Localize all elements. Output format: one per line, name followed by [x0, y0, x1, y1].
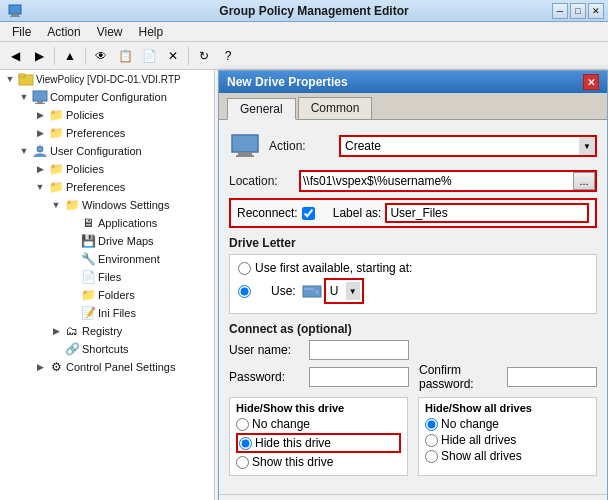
label-as-label: Label as: [333, 206, 382, 220]
delete-button[interactable]: ✕ [162, 45, 184, 67]
control-panel-toggle[interactable]: ▶ [32, 359, 48, 375]
tab-common[interactable]: Common [298, 97, 373, 119]
browse-button[interactable]: ... [573, 172, 595, 190]
use-label: Use: [271, 284, 296, 298]
tree-files[interactable]: 📄 Files [0, 268, 214, 286]
environment-toggle[interactable] [64, 251, 80, 267]
windows-settings-icon: 📁 [64, 198, 80, 212]
drive-maps-toggle[interactable] [64, 233, 80, 249]
shortcuts-toggle[interactable] [48, 341, 64, 357]
dialog-title-bar: New Drive Properties ✕ [219, 71, 607, 93]
files-label: Files [98, 271, 121, 283]
tree-user-preferences[interactable]: ▼ 📁 Preferences [0, 178, 214, 196]
tree-user-policies[interactable]: ▶ 📁 Policies [0, 160, 214, 178]
svg-rect-5 [33, 91, 47, 101]
windows-settings-toggle[interactable]: ▼ [48, 197, 64, 213]
title-bar: Group Policy Management Editor ─ □ ✕ [0, 0, 608, 22]
maximize-button[interactable]: □ [570, 3, 586, 19]
tree-folders[interactable]: 📁 Folders [0, 286, 214, 304]
registry-toggle[interactable]: ▶ [48, 323, 64, 339]
comp-pref-label: Preferences [66, 127, 125, 139]
tree-environment[interactable]: 🔧 Environment [0, 250, 214, 268]
computer-config-icon [32, 90, 48, 104]
tree-windows-settings[interactable]: ▼ 📁 Windows Settings [0, 196, 214, 214]
properties-button[interactable]: 📋 [114, 45, 136, 67]
menu-help[interactable]: Help [131, 23, 172, 41]
drive-use-row: Use: UVWXYZ ▼ [238, 278, 588, 304]
location-field-wrapper: ... [299, 170, 597, 192]
no-change-this-label: No change [252, 417, 310, 431]
use-first-radio-row: Use first available, starting at: [238, 261, 588, 275]
close-button[interactable]: ✕ [588, 3, 604, 19]
tree-registry[interactable]: ▶ 🗂 Registry [0, 322, 214, 340]
registry-label: Registry [82, 325, 122, 337]
menu-action[interactable]: Action [39, 23, 88, 41]
user-pref-toggle[interactable]: ▼ [32, 179, 48, 195]
applications-icon: 🖥 [80, 216, 96, 230]
toolbar: ◀ ▶ ▲ 👁 📋 📄 ✕ ↻ ? [0, 42, 608, 70]
tree-comp-policies[interactable]: ▶ 📁 Policies [0, 106, 214, 124]
comp-policies-toggle[interactable]: ▶ [32, 107, 48, 123]
tree-computer-config[interactable]: ▼ Computer Configuration [0, 88, 214, 106]
computer-config-toggle[interactable]: ▼ [16, 89, 32, 105]
root-toggle[interactable]: ▼ [2, 71, 18, 87]
toolbar-separator-3 [188, 47, 189, 65]
username-input[interactable] [309, 340, 409, 360]
user-policies-toggle[interactable]: ▶ [32, 161, 48, 177]
tree-ini-files[interactable]: 📝 Ini Files [0, 304, 214, 322]
tree-comp-preferences[interactable]: ▶ 📁 Preferences [0, 124, 214, 142]
folders-label: Folders [98, 289, 135, 301]
show-this-drive-radio[interactable] [236, 456, 249, 469]
password-input[interactable] [309, 367, 409, 387]
forward-button[interactable]: ▶ [28, 45, 50, 67]
back-button[interactable]: ◀ [4, 45, 26, 67]
applications-toggle[interactable] [64, 215, 80, 231]
location-input[interactable] [301, 172, 573, 190]
hide-all-drives-label: Hide all drives [441, 433, 516, 447]
monitor-icon [229, 130, 261, 162]
files-toggle[interactable] [64, 269, 80, 285]
minimize-button[interactable]: ─ [552, 3, 568, 19]
show-hide-button[interactable]: 👁 [90, 45, 112, 67]
password-row: Password: Confirm password: [229, 363, 597, 391]
use-first-radio[interactable] [238, 262, 251, 275]
ini-files-toggle[interactable] [64, 305, 80, 321]
toolbar-separator-1 [54, 47, 55, 65]
show-this-drive-row: Show this drive [236, 455, 401, 469]
menu-file[interactable]: File [4, 23, 39, 41]
tree-applications[interactable]: 🖥 Applications [0, 214, 214, 232]
action-select[interactable]: Create Replace Update Delete [339, 135, 597, 157]
label-input[interactable] [385, 203, 589, 223]
use-radio[interactable] [238, 285, 251, 298]
svg-rect-11 [236, 155, 254, 157]
comp-pref-toggle[interactable]: ▶ [32, 125, 48, 141]
control-panel-label: Control Panel Settings [66, 361, 175, 373]
refresh-button[interactable]: ↻ [193, 45, 215, 67]
show-all-drives-radio[interactable] [425, 450, 438, 463]
svg-rect-2 [10, 16, 20, 17]
tab-general[interactable]: General [227, 98, 296, 120]
folders-toggle[interactable] [64, 287, 80, 303]
tree-user-config[interactable]: ▼ User Configuration [0, 142, 214, 160]
tree-shortcuts[interactable]: 🔗 Shortcuts [0, 340, 214, 358]
no-change-all-radio[interactable] [425, 418, 438, 431]
drive-maps-label: Drive Maps [98, 235, 154, 247]
new-button[interactable]: 📄 [138, 45, 160, 67]
hide-all-drives-radio[interactable] [425, 434, 438, 447]
dialog-close-button[interactable]: ✕ [583, 74, 599, 90]
password-label: Password: [229, 370, 309, 384]
hide-this-drive-radio[interactable] [239, 437, 252, 450]
tree-root[interactable]: ▼ ViewPolicy [VDI-DC-01.VDI.RTP [0, 70, 214, 88]
svg-rect-4 [19, 74, 25, 77]
tree-control-panel[interactable]: ▶ ⚙ Control Panel Settings [0, 358, 214, 376]
no-change-this-radio[interactable] [236, 418, 249, 431]
confirm-password-input[interactable] [507, 367, 597, 387]
environment-icon: 🔧 [80, 252, 96, 266]
user-config-toggle[interactable]: ▼ [16, 143, 32, 159]
reconnect-checkbox[interactable] [302, 207, 315, 220]
up-button[interactable]: ▲ [59, 45, 81, 67]
menu-view[interactable]: View [89, 23, 131, 41]
tree-drive-maps[interactable]: 💾 Drive Maps [0, 232, 214, 250]
help-toolbar-button[interactable]: ? [217, 45, 239, 67]
drive-select[interactable]: UVWXYZ [326, 280, 362, 302]
